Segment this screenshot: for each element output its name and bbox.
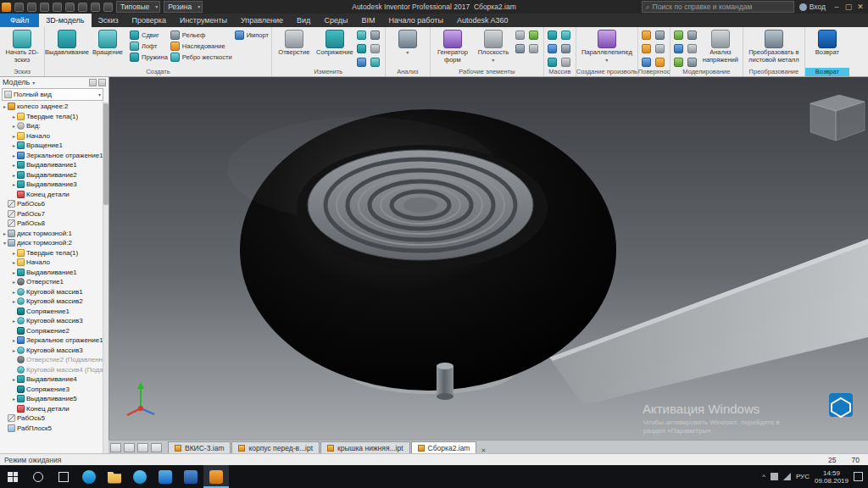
expand-icon[interactable]: ▸ bbox=[11, 133, 17, 139]
taskbar-clock[interactable]: 14:59 09.08.2019 bbox=[815, 469, 849, 485]
expand-icon[interactable]: ▸ bbox=[11, 250, 17, 256]
ribbon-tab[interactable]: 3D-модель bbox=[39, 14, 91, 27]
open-icon[interactable] bbox=[27, 3, 36, 12]
circular-pattern-button[interactable] bbox=[561, 30, 570, 40]
pattern-options-button[interactable] bbox=[561, 58, 570, 67]
tile-windows-icon[interactable] bbox=[124, 443, 135, 452]
minimize-button[interactable]: – bbox=[831, 3, 843, 11]
new-file-icon[interactable] bbox=[14, 3, 24, 12]
tree-item[interactable]: ▸ Вид: bbox=[0, 121, 103, 131]
clean-screen-icon[interactable] bbox=[110, 443, 121, 452]
measure-icon[interactable] bbox=[103, 3, 113, 12]
scrollbar-thumb[interactable] bbox=[103, 103, 108, 205]
tree-item[interactable]: РабОсь7 bbox=[0, 209, 103, 219]
import-button[interactable]: Импорт bbox=[234, 30, 269, 41]
expand-icon[interactable]: ▸ bbox=[11, 152, 17, 158]
ucs-button[interactable] bbox=[515, 44, 525, 53]
extrude-button[interactable]: Выдавливание bbox=[47, 28, 86, 57]
analyze-dropdown-button[interactable]: ▾ bbox=[388, 28, 427, 57]
tree-item[interactable]: РабОсь5 bbox=[0, 413, 103, 424]
shape-generator-button[interactable]: Генератор форм bbox=[433, 28, 472, 64]
expand-icon[interactable]: ▸ bbox=[11, 181, 17, 187]
rectangular-pattern-button[interactable] bbox=[548, 30, 557, 40]
expand-icon[interactable]: ▸ bbox=[11, 337, 17, 343]
expand-icon[interactable]: ▸ bbox=[2, 230, 8, 236]
expand-icon[interactable]: ▸ bbox=[11, 396, 17, 402]
tree-item[interactable]: ▸ диск тормозной:1 bbox=[0, 229, 103, 239]
combine-tool-button[interactable] bbox=[357, 58, 366, 67]
derive-button[interactable]: Наследование bbox=[170, 41, 232, 52]
coil-button[interactable]: Пружина bbox=[129, 52, 168, 63]
tree-item[interactable]: ▸ колесо заднее:2 bbox=[0, 102, 103, 112]
inventor-taskbar-button[interactable] bbox=[203, 465, 229, 488]
expand-icon[interactable]: ▸ bbox=[2, 103, 8, 109]
shell-tool-button[interactable] bbox=[357, 30, 366, 40]
start-button[interactable] bbox=[0, 465, 25, 488]
tree-item[interactable]: ▸ Выдавливание1 bbox=[0, 268, 103, 278]
print-icon[interactable] bbox=[78, 3, 87, 12]
tree-item[interactable]: ▸ Выдавливание1 bbox=[0, 160, 103, 170]
work-axis-button[interactable] bbox=[515, 30, 525, 40]
sim-tool-button[interactable] bbox=[687, 30, 697, 40]
sweep-button[interactable]: Сдвиг bbox=[129, 30, 168, 41]
browser-filter-dropdown[interactable]: Полный вид ▾ bbox=[2, 88, 103, 101]
tree-item[interactable]: ▸ Начало bbox=[0, 258, 103, 268]
stitch-surface-button[interactable] bbox=[642, 30, 651, 40]
a360-logo[interactable] bbox=[829, 393, 853, 417]
file-tab[interactable]: Файл bbox=[0, 14, 39, 27]
tree-item[interactable]: ▸ Выдавливание4 bbox=[0, 374, 103, 385]
ribbon-tab[interactable]: BIM bbox=[354, 14, 381, 27]
trim-surface-button[interactable] bbox=[642, 44, 651, 53]
tree-item[interactable]: Конец детали bbox=[0, 190, 103, 200]
expand-icon[interactable]: ▸ bbox=[11, 142, 17, 148]
sim-tool-button[interactable] bbox=[687, 58, 697, 67]
rib-button[interactable]: Ребро жесткости bbox=[170, 52, 232, 63]
document-tab[interactable]: ВКИС-3.iam bbox=[168, 441, 231, 453]
redo-icon[interactable] bbox=[65, 3, 75, 12]
tree-item[interactable]: РабОсь8 bbox=[0, 219, 103, 229]
expand-icon[interactable]: ▸ bbox=[11, 279, 17, 285]
tray-expand-icon[interactable]: ^ bbox=[762, 473, 765, 480]
tree-item[interactable]: ▸ Зеркальное отражение1 bbox=[0, 336, 103, 346]
task-view-button[interactable] bbox=[51, 465, 76, 488]
tree-item[interactable]: ▸ Круговой массив2 bbox=[0, 297, 103, 307]
ribbon-tab[interactable]: Инструменты bbox=[173, 14, 234, 27]
word-button[interactable] bbox=[178, 465, 203, 488]
sign-in-button[interactable]: Вход bbox=[799, 3, 826, 11]
expand-icon[interactable]: ▸ bbox=[11, 259, 17, 265]
thread-tool-button[interactable] bbox=[357, 44, 366, 53]
cascade-windows-icon[interactable] bbox=[137, 443, 148, 452]
sim-tool-button[interactable] bbox=[674, 30, 683, 40]
ribbon-tab[interactable]: Начало работы bbox=[381, 14, 449, 27]
internet-explorer-button[interactable] bbox=[127, 465, 153, 488]
tree-item[interactable]: Конец детали bbox=[0, 404, 103, 414]
thicken-tool-button[interactable] bbox=[370, 58, 380, 67]
axle-pin[interactable] bbox=[437, 363, 453, 400]
power-icon[interactable] bbox=[771, 473, 778, 480]
tree-item[interactable]: ▸ Отверстие1 bbox=[0, 277, 103, 287]
update-icon[interactable] bbox=[91, 3, 100, 12]
tree-item[interactable]: ▸ Вращение1 bbox=[0, 141, 103, 151]
sim-tool-button[interactable] bbox=[687, 44, 697, 53]
document-tab[interactable]: крышка нижняя...ipt bbox=[320, 441, 409, 453]
work-feature-button[interactable] bbox=[529, 44, 538, 53]
draft-tool-button[interactable] bbox=[370, 30, 380, 40]
inventor-app-icon[interactable] bbox=[2, 3, 11, 12]
return-button[interactable]: Возврат bbox=[808, 28, 847, 57]
freeform-box-button[interactable]: Параллелепипед ▾ bbox=[579, 28, 635, 64]
chevron-down-icon[interactable]: ▾ bbox=[32, 80, 35, 86]
tree-item[interactable]: ▸ Выдавливание5 bbox=[0, 394, 103, 404]
emboss-button[interactable]: Рельеф bbox=[170, 30, 232, 41]
expand-icon[interactable]: ▸ bbox=[11, 162, 17, 168]
tree-item[interactable]: ▾ диск тормозной:2 bbox=[0, 238, 103, 248]
pattern-tool-button[interactable] bbox=[548, 58, 557, 67]
browser-pin-icon[interactable] bbox=[89, 79, 97, 86]
tree-item[interactable]: Сопряжение1 bbox=[0, 307, 103, 317]
expand-icon[interactable]: ▸ bbox=[11, 114, 17, 119]
tree-item[interactable]: ▸ Твердые тела(1) bbox=[0, 248, 103, 258]
tree-item[interactable]: ▸ Выдавливание3 bbox=[0, 180, 103, 190]
expand-icon[interactable]: ▸ bbox=[11, 269, 17, 275]
tree-item[interactable]: Круговой массив4 (Подавленный) bbox=[0, 365, 103, 375]
appearance-dropdown[interactable]: Типовые ▾ bbox=[116, 1, 160, 13]
patch-surface-button[interactable] bbox=[655, 30, 665, 40]
